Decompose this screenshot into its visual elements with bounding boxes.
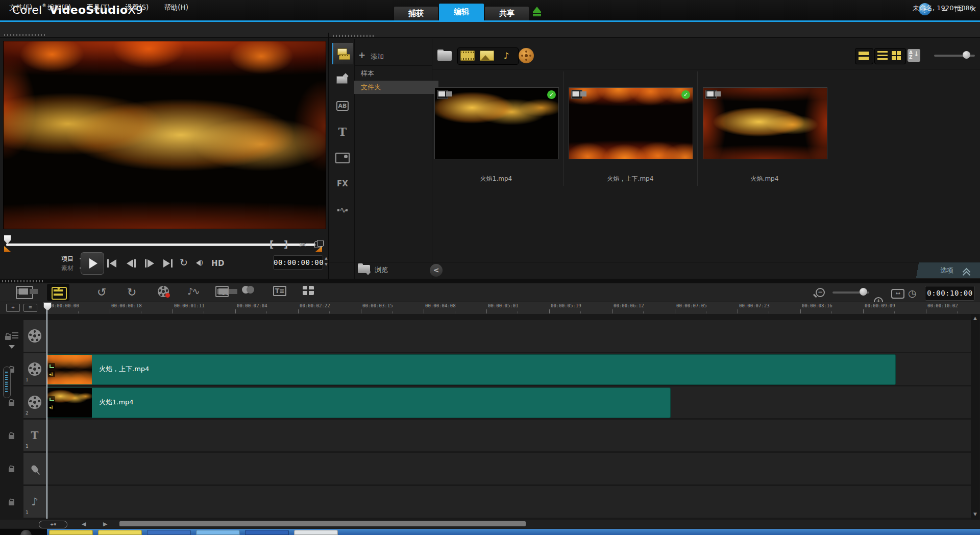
- browse-icon[interactable]: [358, 265, 370, 273]
- library-panel-grip[interactable]: [333, 35, 376, 37]
- timeline-timecode[interactable]: 0:00:10:00: [925, 286, 975, 301]
- timeline-clip[interactable]: 火焰1.mp4: [46, 387, 671, 418]
- mark-out-button[interactable]: ]: [284, 239, 288, 250]
- track-lane-music1[interactable]: [46, 486, 971, 518]
- tab-共享[interactable]: 共享: [485, 7, 529, 20]
- track-lane-title1[interactable]: [46, 420, 971, 451]
- mode-clip-label[interactable]: 素材: [61, 264, 79, 273]
- track-header-music1[interactable]: ♪1: [23, 486, 46, 518]
- storyboard-view-icon[interactable]: [16, 286, 33, 299]
- ripple-edit-icon[interactable]: [5, 331, 18, 341]
- scroll-down-icon[interactable]: ▼: [973, 512, 977, 517]
- options-label[interactable]: 选项: [940, 266, 953, 275]
- sort-az-icon[interactable]: AZ↓: [908, 49, 920, 62]
- strip-transition-icon[interactable]: AB: [332, 95, 353, 116]
- view-grid-icon[interactable]: [892, 51, 901, 60]
- timeline-zoom-slider-thumb[interactable]: [860, 288, 867, 296]
- add-icon[interactable]: +: [358, 52, 366, 59]
- track-lane-video[interactable]: [46, 320, 971, 352]
- library-scroll-left-button[interactable]: <: [430, 264, 443, 277]
- timeline-horizontal-scrollbar[interactable]: [119, 521, 526, 526]
- auto-music-icon[interactable]: ♬: [215, 286, 230, 297]
- mode-project-label[interactable]: 项目: [61, 255, 79, 263]
- filter-transition-icon[interactable]: [519, 48, 534, 63]
- menu-item[interactable]: 工具(T): [86, 3, 110, 12]
- filter-audio-icon[interactable]: ♪: [499, 51, 513, 61]
- library-nav-文件夹[interactable]: 文件夹: [354, 81, 438, 94]
- sound-mixer-icon[interactable]: ♪∿: [187, 286, 199, 297]
- redo-icon[interactable]: ↻: [127, 286, 136, 299]
- menu-item[interactable]: 文件(F): [9, 3, 32, 12]
- preview-panel-grip[interactable]: [4, 34, 47, 36]
- strip-path-icon[interactable]: ∿: [332, 199, 353, 221]
- undo-icon[interactable]: ↺: [97, 286, 106, 299]
- track-lock-cell[interactable]: [0, 420, 22, 451]
- taskbar-app-tile[interactable]: [49, 530, 93, 535]
- fit-timeline-icon[interactable]: ↔: [891, 289, 904, 299]
- subtitle-editor-icon[interactable]: T≡: [273, 286, 286, 296]
- library-nav-样本[interactable]: 样本: [354, 67, 438, 80]
- repeat-icon[interactable]: ↻: [180, 257, 188, 268]
- taskbar-app-tile[interactable]: [294, 530, 338, 535]
- trim-start-handle[interactable]: [4, 246, 11, 252]
- filter-photo-icon[interactable]: [480, 51, 494, 61]
- taskbar-app-tile[interactable]: [196, 530, 240, 535]
- filter-video-icon[interactable]: [460, 51, 475, 61]
- taskbar-app-tile[interactable]: [245, 530, 289, 535]
- play-button[interactable]: [81, 252, 104, 275]
- track-lane-voice[interactable]: [46, 453, 971, 484]
- volume-icon[interactable]: ): [196, 258, 203, 266]
- track-header-video2[interactable]: 2: [23, 386, 46, 418]
- panel-divider[interactable]: [328, 33, 329, 279]
- tab-捕获[interactable]: 捕获: [394, 7, 438, 20]
- track-header-video1[interactable]: 1: [23, 353, 46, 385]
- taskbar-app-tile[interactable]: [98, 530, 142, 535]
- add-label[interactable]: 添加: [371, 52, 384, 61]
- view-large-icon[interactable]: [855, 48, 873, 64]
- prev-frame-button[interactable]: [127, 258, 136, 269]
- library-item[interactable]: [703, 87, 827, 159]
- preview-video[interactable]: [3, 41, 326, 229]
- taskbar-app-tile[interactable]: [147, 530, 191, 535]
- library-item[interactable]: ✓: [434, 87, 559, 159]
- menu-item[interactable]: 设置(S): [125, 3, 149, 12]
- tab-编辑[interactable]: 编辑: [439, 4, 484, 20]
- zoom-out-icon[interactable]: −: [816, 288, 825, 297]
- record-capture-icon[interactable]: [158, 286, 169, 297]
- track-collapse-icon[interactable]: [9, 345, 15, 349]
- scroll-left-icon[interactable]: ◀: [82, 521, 86, 527]
- snapshot-icon[interactable]: [314, 240, 324, 248]
- menu-item[interactable]: 帮助(H): [164, 3, 188, 12]
- track-header-title1[interactable]: T1: [23, 420, 46, 451]
- track-header-video[interactable]: [23, 320, 46, 352]
- track-lock-cell[interactable]: [0, 453, 22, 484]
- duration-clock-icon[interactable]: ◷: [908, 287, 917, 299]
- swap-track-pill-icon[interactable]: +▾: [39, 521, 67, 528]
- strip-title-icon[interactable]: T: [332, 121, 353, 142]
- browse-label[interactable]: 浏览: [375, 265, 388, 275]
- preview-timecode[interactable]: 00:00:00:00: [273, 255, 323, 270]
- track-lock-cell[interactable]: [0, 486, 22, 518]
- scrubber-playhead[interactable]: [4, 235, 11, 244]
- track-vertical-scrollbar[interactable]: [971, 314, 979, 520]
- next-frame-button[interactable]: [145, 258, 154, 269]
- timeline-grip[interactable]: [2, 280, 45, 282]
- library-item[interactable]: ✓: [569, 87, 693, 159]
- go-start-button[interactable]: [107, 258, 116, 269]
- upload-arrow-icon[interactable]: [533, 7, 541, 17]
- strip-graphic-icon[interactable]: [332, 147, 353, 168]
- import-folder-icon[interactable]: [437, 50, 453, 62]
- scroll-up-icon[interactable]: ▲: [973, 315, 977, 321]
- mark-in-button[interactable]: [: [270, 239, 274, 250]
- strip-instant-project-icon[interactable]: [332, 69, 353, 90]
- track-manager-icon[interactable]: ≡: [23, 304, 37, 312]
- menu-item[interactable]: 编辑(E): [47, 3, 71, 12]
- scroll-right-icon[interactable]: ▶: [103, 521, 107, 527]
- timeline-clip[interactable]: 火焰，上下.mp4: [46, 354, 896, 385]
- split-screen-template-icon[interactable]: [303, 286, 314, 295]
- playhead-line[interactable]: [46, 302, 47, 519]
- hd-toggle[interactable]: HD: [211, 259, 225, 268]
- view-list-icon[interactable]: [877, 51, 888, 60]
- thumbnail-size-slider-thumb[interactable]: [963, 51, 970, 59]
- track-header-voice[interactable]: [23, 453, 46, 484]
